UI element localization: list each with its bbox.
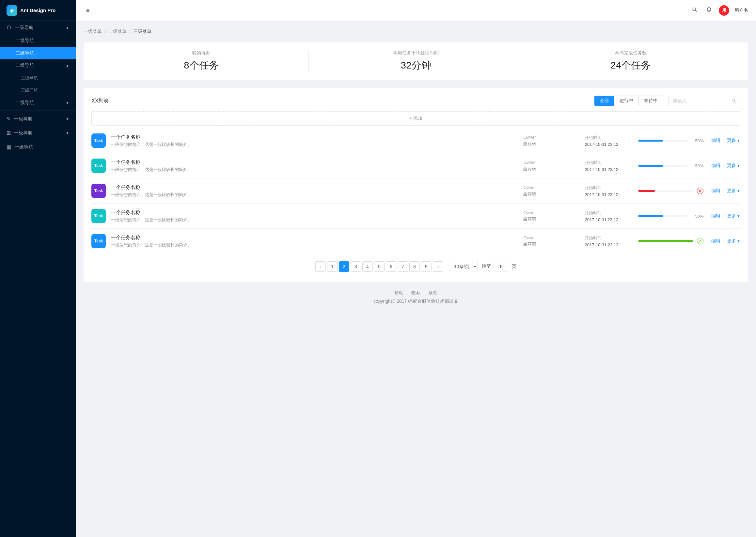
task-time-value: 2017-10-31 23:12 [585, 217, 630, 222]
stat-completed-label: 本周完成任务数 [523, 50, 738, 56]
task-search-box[interactable] [669, 96, 740, 106]
sidebar-item-nav1-sub2[interactable]: 二级导航 [0, 47, 76, 60]
task-time-label: 开始时间 [585, 135, 630, 141]
task-meta: Owner 曲丽丽 [523, 160, 569, 172]
task-desc: 一段假想的简介，这是一段比较长的简介。 [111, 242, 515, 248]
sidebar-item-nav4[interactable]: ✎ 一级导航 ▼ [0, 112, 76, 126]
task-progress: 50% [638, 138, 703, 143]
sidebar-item-label: 二级导航 [16, 100, 34, 106]
task-badge: Task [91, 234, 106, 248]
sidebar-item-nav1[interactable]: ⏱ 一级导航 ▲ [0, 21, 76, 35]
pagination-prev-button[interactable]: ‹ [315, 261, 326, 272]
sidebar-item-nav2[interactable]: 二级导航 ▲ [0, 60, 76, 72]
content-area: 一级菜单 / 二级菜单 / 三级菜单 我的待办 8个任务 本周任务平均处理时间 … [76, 21, 756, 537]
chevron-down-icon: ▼ [737, 189, 740, 193]
breadcrumb-sep-1: / [105, 29, 106, 34]
task-list-container: Task 一个任务名称 一段假想的简介，这是一段比较长的简介。 Owner 曲丽… [91, 128, 740, 254]
pagination-page-7[interactable]: 7 [398, 261, 408, 272]
pagination-page-9[interactable]: 9 [421, 261, 431, 272]
pagination-page-2[interactable]: 2 [339, 261, 349, 272]
task-time-meta: 开始时间 2017-10-31 23:12 [585, 210, 630, 222]
svg-line-1 [695, 11, 696, 12]
task-edit-button[interactable]: 编辑 [711, 163, 720, 169]
svg-line-3 [734, 101, 736, 103]
breadcrumb-item-1[interactable]: 一级菜单 [84, 29, 102, 35]
filter-all-button[interactable]: 全部 [595, 96, 614, 106]
pagination-page-1[interactable]: 1 [327, 261, 337, 272]
task-edit-button[interactable]: 编辑 [711, 188, 720, 194]
pagination-page-5[interactable]: 5 [374, 261, 384, 272]
sidebar-item-nav1-sub1[interactable]: 二级导航 [0, 35, 76, 47]
progress-bar-fill [638, 140, 663, 142]
progress-percent: 50% [692, 163, 703, 168]
task-name: 一个任务名称 [111, 134, 515, 140]
task-time-value: 2017-10-31 23:12 [585, 192, 630, 197]
sidebar-item-label: 一级导航 [15, 25, 33, 31]
task-owner-label: Owner [523, 185, 569, 190]
task-desc: 一段假想的简介，这是一段比较长的简介。 [111, 192, 515, 198]
chevron-down-icon: ▼ [737, 139, 740, 143]
pagination-next-button[interactable]: › [433, 261, 443, 272]
page-jump-input[interactable] [494, 262, 509, 271]
pagination-page-6[interactable]: 6 [386, 261, 396, 272]
sidebar-item-nav6[interactable]: ▦ 一级导航 [0, 140, 76, 154]
task-info: 一个任务名称 一段假想的简介，这是一段比较长的简介。 [111, 184, 515, 198]
task-time-label: 开始时间 [585, 210, 630, 216]
filter-waiting-button[interactable]: 等待中 [639, 96, 663, 106]
footer-link-privacy[interactable]: 隐私 [411, 290, 421, 296]
task-badge: Task [91, 134, 106, 148]
menu-toggle-button[interactable]: ≡ [84, 5, 92, 17]
task-time-meta: 开始时间 2017-10-31 23:12 [585, 160, 630, 172]
page-jump: 跳至 页 [482, 262, 516, 271]
pagination-page-4[interactable]: 4 [362, 261, 373, 272]
pagination-page-8[interactable]: 8 [409, 261, 420, 272]
sidebar-item-label: 一级导航 [14, 116, 32, 122]
sidebar-item-nav2-sub1[interactable]: 三级导航 [0, 72, 76, 84]
edit-icon: ✎ [7, 116, 11, 122]
task-desc: 一段假想的简介，这是一段比较长的简介。 [111, 142, 515, 147]
task-search-input[interactable] [673, 98, 732, 103]
task-info: 一个任务名称 一段假想的简介，这是一段比较长的简介。 [111, 134, 515, 147]
task-more-button[interactable]: 更多 ▼ [727, 238, 740, 244]
footer-link-help[interactable]: 帮助 [394, 290, 403, 296]
stats-card: 我的待办 8个任务 本周任务平均处理时间 32分钟 本周完成任务数 24个任务 [84, 42, 748, 80]
sidebar-item-nav3[interactable]: 二级导航 ▼ [0, 97, 76, 109]
task-actions: 编辑 | 更多 ▼ [711, 238, 740, 244]
notification-bell-icon[interactable] [704, 5, 714, 16]
task-actions: 编辑 | 更多 ▼ [711, 138, 740, 144]
sidebar-item-nav5[interactable]: ⊞ 一级导航 ▼ [0, 126, 76, 140]
task-more-button[interactable]: 更多 ▼ [727, 163, 740, 169]
task-badge: Task [91, 159, 106, 173]
task-edit-button[interactable]: 编辑 [711, 213, 720, 219]
progress-bar-wrap [638, 215, 688, 217]
stat-completed-value: 24个任务 [523, 59, 738, 72]
breadcrumb-item-2[interactable]: 二级菜单 [109, 29, 127, 35]
filter-inprogress-button[interactable]: 进行中 [614, 96, 639, 106]
page-size-select[interactable]: 10条/页 20条/页 50条/页 [450, 262, 478, 271]
task-meta: Owner 曲丽丽 [523, 235, 569, 247]
task-owner-value: 曲丽丽 [523, 166, 569, 172]
task-time-value: 2017-10-31 23:12 [585, 242, 630, 247]
task-more-button[interactable]: 更多 ▼ [727, 138, 740, 144]
pagination-page-3[interactable]: 3 [351, 261, 361, 272]
task-owner-label: Owner [523, 210, 569, 215]
task-list-title: XX列表 [91, 98, 594, 104]
task-time-value: 2017-10-31 23:12 [585, 167, 630, 172]
progress-percent: 50% [692, 138, 703, 143]
user-name[interactable]: 用户名 [734, 8, 748, 13]
task-edit-button[interactable]: 编辑 [711, 138, 720, 144]
task-more-button[interactable]: 更多 ▼ [727, 213, 740, 219]
search-icon[interactable] [732, 98, 736, 104]
action-separator: | [723, 213, 724, 219]
search-icon-button[interactable] [690, 5, 699, 16]
action-separator: | [723, 163, 724, 168]
task-name: 一个任务名称 [111, 209, 515, 216]
user-avatar[interactable]: 用 [719, 5, 729, 16]
progress-bar-wrap [638, 165, 688, 167]
footer-link-terms[interactable]: 条款 [428, 290, 437, 296]
task-more-button[interactable]: 更多 ▼ [727, 188, 740, 194]
sidebar-item-nav2-sub2[interactable]: 三级导航 [0, 84, 76, 97]
add-task-button[interactable]: + 添加 [91, 111, 740, 126]
task-meta: Owner 曲丽丽 [523, 185, 569, 197]
task-edit-button[interactable]: 编辑 [711, 238, 720, 244]
